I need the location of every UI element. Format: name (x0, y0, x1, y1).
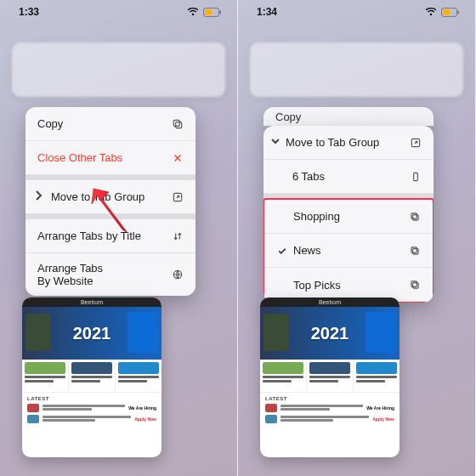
svg-rect-4 (173, 120, 179, 126)
open-external-icon (406, 137, 422, 149)
svg-rect-8 (443, 9, 450, 15)
tab-group-submenu: Move to Tab Group 6 Tabs Shopping (264, 126, 434, 303)
svg-rect-16 (413, 283, 418, 288)
top-picks-label: Top Picks (293, 279, 405, 292)
menu-copy-background: Copy (264, 107, 434, 126)
status-time: 1:33 (19, 6, 39, 18)
context-menu: Copy Close Other Tabs Move to Tab Group … (26, 107, 196, 296)
thumb-hero: 2021 (22, 307, 162, 360)
phone-screenshot-right: 1:34 Copy Move to Tab Group 6 Tabs (238, 0, 476, 476)
globe-icon (168, 269, 184, 280)
svg-rect-11 (414, 173, 418, 180)
check-icon (276, 246, 288, 256)
menu-move-group-label: Move to Tab Group (51, 190, 168, 203)
thumb-hero: 2021 (260, 307, 400, 360)
tab-group-top-picks[interactable]: Top Picks (264, 268, 433, 302)
hiring-label: We Are Hiring (128, 405, 156, 411)
tab-thumbnail[interactable]: Beebom 2021 LATEST We Are Hiring Apply N… (260, 298, 400, 457)
six-tabs-label: 6 Tabs (292, 170, 406, 183)
thumb-site-name: Beebom (22, 298, 162, 307)
red-highlight-box: Shopping News Top Picks (264, 198, 434, 303)
submenu-title: Move to Tab Group (286, 136, 406, 149)
menu-close-other-tabs[interactable]: Close Other Tabs (26, 141, 196, 175)
menu-copy[interactable]: Copy (26, 107, 196, 141)
submenu-six-tabs[interactable]: 6 Tabs (264, 160, 434, 194)
tab-group-news[interactable]: News (264, 234, 433, 268)
status-time: 1:34 (257, 6, 277, 18)
svg-rect-9 (458, 10, 460, 14)
copy-icon (405, 211, 421, 223)
wifi-icon (187, 8, 199, 16)
svg-rect-15 (411, 246, 416, 252)
apply-label: Apply Now (134, 416, 156, 422)
battery-icon (441, 8, 460, 17)
device-icon (406, 171, 422, 183)
menu-close-other-label: Close Other Tabs (37, 151, 168, 164)
latest-heading: LATEST (265, 396, 394, 401)
news-label: News (293, 244, 405, 257)
svg-rect-2 (220, 10, 222, 14)
status-bar: 1:33 (0, 0, 237, 24)
submenu-header-move-to-tab-group[interactable]: Move to Tab Group (264, 126, 434, 160)
menu-copy-label: Copy (37, 117, 168, 130)
svg-rect-3 (176, 122, 182, 128)
svg-rect-1 (205, 9, 212, 15)
tab-thumbnail[interactable]: Beebom 2021 LATEST We Are Hiring Apply N… (22, 298, 162, 457)
menu-arrange-by-website[interactable]: Arrange Tabs By Website (26, 253, 196, 296)
apply-label: Apply Now (372, 416, 394, 422)
background-card (250, 42, 463, 97)
sort-icon (168, 230, 184, 242)
chevron-right-icon (34, 190, 48, 204)
menu-arrange-site-label: Arrange Tabs By Website (37, 262, 168, 287)
open-submenu-icon (168, 191, 184, 203)
svg-rect-17 (411, 281, 416, 286)
chevron-down-icon (270, 136, 284, 149)
thumb-latest: LATEST We Are Hiring Apply Now (260, 392, 400, 457)
svg-rect-13 (411, 212, 416, 218)
close-icon (168, 152, 184, 164)
background-card (12, 42, 225, 97)
thumb-article-row (22, 360, 162, 392)
svg-rect-12 (413, 214, 418, 219)
thumb-latest: LATEST We Are Hiring Apply Now (22, 392, 162, 457)
hiring-label: We Are Hiring (366, 405, 394, 411)
tab-group-shopping[interactable]: Shopping (264, 200, 433, 234)
thumb-year: 2021 (73, 324, 111, 343)
thumb-site-name: Beebom (260, 298, 400, 307)
battery-icon (203, 8, 222, 17)
copy-icon (405, 245, 421, 257)
menu-arrange-by-title[interactable]: Arrange Tabs by Title (26, 219, 196, 253)
menu-copy-label-bg: Copy (275, 110, 301, 123)
shopping-label: Shopping (293, 210, 405, 223)
thumb-year: 2021 (311, 324, 349, 343)
latest-heading: LATEST (27, 396, 156, 401)
wifi-icon (425, 8, 437, 16)
status-bar: 1:34 (238, 0, 475, 24)
svg-rect-14 (413, 248, 418, 253)
copy-icon (168, 118, 184, 130)
copy-icon (405, 279, 421, 291)
thumb-article-row (260, 360, 400, 392)
menu-arrange-title-label: Arrange Tabs by Title (37, 230, 168, 242)
menu-move-to-tab-group[interactable]: Move to Tab Group (26, 180, 196, 214)
phone-screenshot-left: 1:33 Copy Close Other Tabs (0, 0, 238, 476)
